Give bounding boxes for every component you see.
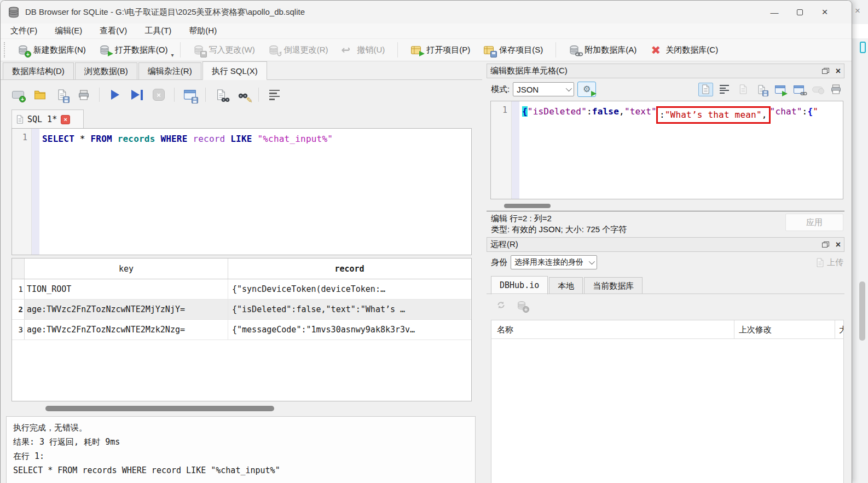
table-row[interactable]: 2age:TWVzc2FnZTozNzcwNTE2MjYzNjY={"isDel… (12, 300, 471, 320)
tab-local[interactable]: 本地 (549, 277, 583, 294)
cell-record[interactable]: {"isDeleted":false,"text":"What’s … (228, 300, 471, 319)
results-horizontal-scrollbar[interactable] (11, 403, 472, 415)
attach-database-button[interactable]: 附加数据库(A) (562, 41, 643, 59)
json-horizontal-scrollbar[interactable] (490, 202, 843, 210)
save-project-button[interactable]: 保存项目(S) (477, 41, 549, 59)
dock-float-icon[interactable] (822, 68, 829, 74)
apply-button[interactable]: 应用 (785, 214, 843, 231)
column-header-record[interactable]: record (228, 258, 471, 279)
table-row[interactable]: 1TION_ROOT{"syncDeviceToken(deviceToken:… (12, 279, 471, 300)
open-database-button[interactable]: 打开数据库(O) (92, 41, 175, 59)
find-button[interactable] (213, 87, 229, 102)
close-database-button[interactable]: ✖ 关闭数据库(C) (643, 41, 725, 59)
menu-help[interactable]: 帮助(H) (189, 26, 217, 36)
cell-editor-divider (487, 211, 844, 211)
sql-doc-tab-label: SQL 1* (27, 114, 57, 124)
clone-database-button[interactable]: + (515, 298, 528, 312)
find-replace-button[interactable]: ✎ (235, 87, 251, 102)
stop-execution-button[interactable]: × (151, 87, 166, 102)
table-row[interactable]: 3age:TWVzc2FnZTozNzcwNTE2Mzk2Nzg={"messa… (12, 320, 471, 340)
cell-json-editor[interactable]: 1 {"isDeleted":false,"text":"What’s that… (490, 101, 843, 199)
column-header-size[interactable]: 大小 (835, 320, 843, 338)
background-window-close-icon[interactable]: × (855, 5, 860, 16)
menu-edit[interactable]: 编辑(E) (55, 26, 82, 36)
toggle-icon (812, 87, 823, 93)
cell-key[interactable]: age:TWVzc2FnZTozNzcwNTE2MjYzNjY= (25, 300, 228, 319)
word-wrap-button[interactable] (717, 83, 732, 96)
revert-changes-icon: ↺ (268, 44, 280, 56)
open-sql-file-button[interactable] (32, 87, 48, 102)
save-sql-file-button[interactable] (54, 87, 70, 102)
dock-close-icon[interactable]: × (836, 240, 841, 249)
open-sql-tab-button[interactable]: + (10, 87, 26, 102)
minimize-button[interactable]: — (762, 3, 787, 21)
undo-button[interactable]: ↩ 撤销(U) (335, 41, 392, 59)
tab-browse-data[interactable]: 浏览数据(B) (75, 62, 137, 79)
open-project-button[interactable]: 打开项目(P) (404, 41, 477, 59)
revert-changes-button[interactable]: ↺ 倒退更改(R) (262, 41, 335, 59)
print-sql-button[interactable] (76, 87, 91, 102)
cell-status-type: 类型: 有效的 JSON; 大小: 725 个字符 (491, 224, 627, 235)
folder-icon (34, 89, 46, 100)
background-window-scrollbar-thumb[interactable] (859, 281, 865, 341)
upload-button[interactable]: 上传 (816, 257, 843, 268)
row-number[interactable]: 2 (12, 300, 25, 319)
open-database-dropdown-icon[interactable]: ▾ (171, 52, 174, 58)
close-database-icon: ✖ (650, 44, 662, 56)
scrollbar-thumb[interactable] (45, 406, 274, 411)
scrollbar-thumb[interactable] (504, 204, 551, 208)
row-number[interactable]: 3 (12, 320, 25, 340)
column-header-last-modified[interactable]: 上次修改 (734, 320, 835, 338)
tab-dbhub[interactable]: DBHub.io (491, 276, 548, 295)
tab-edit-pragmas[interactable]: 编辑杂注(R) (138, 62, 201, 79)
column-header-key[interactable]: key (25, 258, 228, 279)
open-in-external-button[interactable] (773, 83, 788, 96)
title-bar: DB Browser for SQLite - G:\电子取证题目\2025美亚… (1, 1, 852, 24)
menu-tools[interactable]: 工具(T) (144, 26, 171, 36)
cell-key[interactable]: TION_ROOT (25, 279, 228, 299)
sql-editor[interactable]: 1 SELECT * FROM records WHERE record LIK… (11, 128, 472, 255)
text-mode-button[interactable] (698, 83, 713, 96)
green-arrow-badge-icon (419, 51, 425, 56)
new-database-button[interactable]: + 新建数据库(N) (11, 41, 92, 59)
write-changes-button[interactable]: 写入更改(W) (187, 41, 262, 59)
copy-link-button[interactable] (791, 83, 806, 96)
column-header-name[interactable]: 名称 (491, 320, 734, 338)
print-cell-button[interactable] (829, 83, 843, 96)
tab-current-database[interactable]: 当前数据库 (584, 277, 643, 294)
toolbar-drag-handle[interactable] (4, 42, 7, 58)
null-toggle-button[interactable] (810, 83, 825, 96)
tab-execute-sql[interactable]: 执行 SQL(X) (202, 61, 267, 80)
auto-format-button[interactable]: ⚙ (577, 82, 596, 97)
maximize-button[interactable] (787, 3, 812, 21)
cell-record[interactable]: {"messageCode":"1mvs30asnwy9ak8k3r3v… (228, 320, 471, 340)
dock-float-icon[interactable] (822, 242, 829, 248)
import-data-button[interactable] (736, 83, 750, 96)
identity-select[interactable]: 选择用来连接的身份 (511, 255, 597, 269)
export-data-button[interactable] (754, 83, 769, 96)
dock-close-icon[interactable]: × (836, 67, 841, 76)
chain-link-icon (800, 90, 807, 97)
sql-document-tab[interactable]: SQL 1* × (11, 110, 84, 129)
json-code-line[interactable]: {"isDeleted":false,"text":"What’s that m… (519, 101, 818, 199)
cell-key[interactable]: age:TWVzc2FnZTozNzcwNTE2Mzk2Nzg= (25, 320, 228, 340)
cell-record[interactable]: {"syncDeviceToken(deviceToken:… (228, 279, 471, 299)
execute-current-line-button[interactable] (129, 87, 144, 102)
app-database-icon (7, 5, 20, 19)
db-browser-window: DB Browser for SQLite - G:\电子取证题目\2025美亚… (0, 0, 852, 483)
results-corner-cell[interactable] (12, 258, 25, 279)
sql-code-line[interactable]: SELECT * FROM records WHERE record LIKE … (39, 129, 333, 255)
row-number[interactable]: 1 (12, 279, 25, 299)
execute-sql-button[interactable] (107, 87, 123, 102)
sql-doc-tab-close-icon[interactable]: × (61, 115, 70, 124)
tab-database-structure[interactable]: 数据库结构(D) (3, 62, 74, 79)
close-button[interactable]: × (812, 3, 837, 21)
menu-view[interactable]: 查看(V) (100, 26, 127, 36)
remote-table-header: 名称 上次修改 大小 (491, 320, 843, 339)
menu-file[interactable]: 文件(F) (10, 26, 37, 36)
refresh-button[interactable] (494, 298, 507, 312)
save-results-button[interactable] (182, 87, 198, 102)
play-icon (111, 90, 119, 100)
format-sql-button[interactable] (267, 87, 282, 102)
mode-select[interactable]: JSON (513, 82, 574, 96)
